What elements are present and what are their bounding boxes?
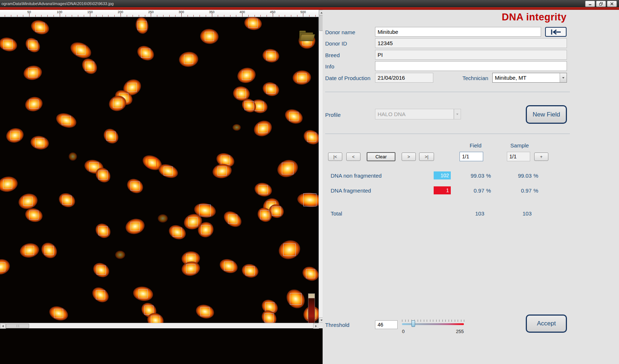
- ruler-tick: [309, 15, 310, 17]
- ruler-tick: [133, 15, 133, 17]
- vertical-scrollbar[interactable]: [319, 10, 323, 323]
- scroll-up-icon: [320, 12, 323, 13]
- restore-icon: [599, 2, 603, 5]
- technician-label: Technician: [462, 75, 488, 82]
- ruler-tick: [139, 15, 139, 17]
- ruler-tick: [47, 15, 48, 17]
- threshold-marker: [308, 297, 315, 298]
- ruler-tick: [236, 15, 236, 17]
- ruler-tick: [224, 15, 224, 17]
- ruler-label: 300: [178, 10, 184, 14]
- minimize-button[interactable]: [585, 1, 595, 7]
- vertical-scroll-thumb[interactable]: [319, 15, 323, 31]
- ruler-label: 150: [87, 10, 93, 14]
- cell-bounding-box: [128, 83, 137, 92]
- cell-glow: [158, 214, 168, 223]
- close-button[interactable]: [607, 1, 617, 7]
- ruler-tick: [248, 15, 249, 17]
- ruler-tick: [315, 15, 316, 17]
- donor-name-input[interactable]: [375, 27, 541, 37]
- new-field-button[interactable]: New Field: [526, 105, 567, 124]
- scroll-right-button[interactable]: [313, 323, 319, 329]
- horizontal-scrollbar[interactable]: [0, 323, 323, 328]
- cell-bounding-box: [303, 193, 316, 206]
- last-field-button[interactable]: >|: [419, 153, 434, 161]
- cell-bounding-box: [0, 262, 5, 272]
- window-title: ogramData\Minitube\Advana\Images\DNA\201…: [0, 1, 114, 6]
- cell-bounding-box: [201, 225, 210, 234]
- chevron-down-icon: [562, 77, 564, 79]
- clear-button[interactable]: Clear: [367, 152, 395, 161]
- info-input[interactable]: [375, 61, 567, 71]
- next-field-button[interactable]: >: [402, 153, 416, 161]
- threshold-slider[interactable]: [402, 319, 464, 328]
- slider-thumb[interactable]: [411, 320, 415, 327]
- total-label: Total: [331, 210, 342, 217]
- first-field-button[interactable]: |<: [328, 153, 342, 161]
- back-button[interactable]: [545, 27, 567, 37]
- accept-button[interactable]: Accept: [526, 314, 567, 333]
- divider: [325, 134, 570, 134]
- scroll-left-button[interactable]: [0, 323, 6, 329]
- scroll-down-button[interactable]: [319, 317, 323, 323]
- scroll-left-icon: [2, 325, 4, 327]
- cell-glow: [69, 153, 77, 161]
- cell-bounding-box: [184, 55, 193, 64]
- restore-button[interactable]: [596, 1, 606, 7]
- ruler-tick: [169, 15, 170, 17]
- percent-sign: %: [486, 187, 491, 194]
- field-counter-input[interactable]: [460, 152, 483, 161]
- total-field-count: 103: [462, 210, 484, 217]
- cell-bounding-box: [113, 99, 122, 108]
- cell-bounding-box: [205, 32, 214, 41]
- ruler-tick: [54, 15, 54, 17]
- slider-min-label: 0: [402, 329, 405, 334]
- profile-dropdown[interactable]: HALO DNA: [375, 109, 461, 119]
- donor-id-label: Donor ID: [325, 40, 347, 47]
- cell-bounding-box: [260, 210, 269, 219]
- page-title: DNA integrity: [502, 12, 567, 23]
- slider-tick: [455, 320, 455, 322]
- donor-id-input[interactable]: [375, 38, 567, 48]
- threshold-input[interactable]: [375, 320, 398, 329]
- profile-value: HALO DNA: [375, 111, 454, 117]
- profile-dropdown-button[interactable]: [454, 109, 461, 119]
- cell-bounding-box: [138, 21, 147, 30]
- technician-value: Minitube, MT: [493, 75, 560, 81]
- control-panel: DNA integrity Donor name Donor ID Breed …: [323, 10, 619, 364]
- previous-field-button[interactable]: <: [346, 153, 360, 161]
- scroll-up-button[interactable]: [319, 10, 323, 15]
- slider-tick: [424, 320, 424, 322]
- breed-input[interactable]: [375, 50, 567, 60]
- cell-bounding-box: [141, 49, 150, 58]
- cell-bounding-box: [267, 51, 276, 60]
- scrollbar-corner: [319, 323, 323, 328]
- ruler-tick: [127, 15, 127, 17]
- cell-bounding-box: [224, 262, 233, 271]
- ruler-tick: [297, 15, 297, 17]
- ruler-tick: [285, 15, 285, 17]
- technician-dropdown[interactable]: Minitube, MT: [492, 73, 567, 83]
- ruler-tick: [200, 15, 200, 17]
- microscopy-image[interactable]: [0, 10, 323, 364]
- slider-tick: [436, 320, 437, 322]
- horizontal-scroll-thumb[interactable]: [6, 324, 29, 328]
- technician-dropdown-button[interactable]: [560, 73, 567, 82]
- cell-bounding-box: [259, 185, 268, 194]
- cell-bounding-box: [76, 46, 86, 55]
- folder-icon[interactable]: [299, 31, 314, 41]
- info-label: Info: [325, 63, 334, 70]
- date-of-production-label: Date of Production: [325, 75, 370, 82]
- cell-bounding-box: [63, 196, 72, 205]
- percent-sign: %: [486, 173, 491, 179]
- ruler-label: 250: [148, 10, 154, 14]
- cell-bounding-box: [28, 68, 38, 78]
- title-bar: ogramData\Minitube\Advana\Images\DNA\201…: [0, 0, 619, 7]
- add-sample-button[interactable]: +: [534, 153, 548, 161]
- ruler-tick: [157, 15, 157, 17]
- fragmented-field-percent: 0.97: [462, 187, 484, 194]
- ruler-tick: [66, 15, 66, 17]
- ruler-tick: [163, 15, 163, 17]
- ruler-tick: [175, 15, 176, 17]
- cell-bounding-box: [265, 313, 274, 323]
